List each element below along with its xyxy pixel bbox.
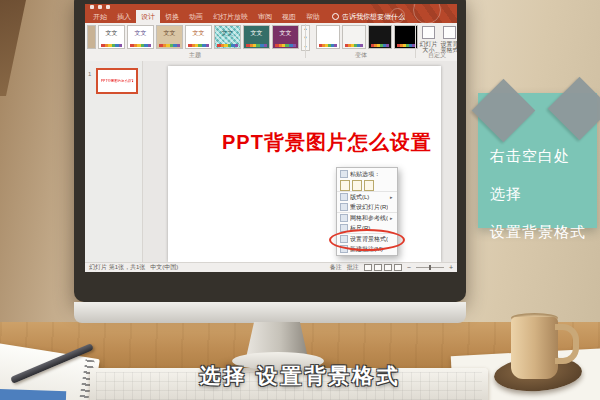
view-mode-icon[interactable]: [384, 264, 392, 271]
qat-icon[interactable]: [90, 5, 94, 9]
ribbon-tab[interactable]: 插入: [112, 10, 136, 23]
slide-canvas[interactable]: PPT背景图片怎么设置: [142, 61, 457, 262]
menu-item-label: 版式(L): [350, 193, 388, 202]
theme-thumbnail[interactable]: 文文: [98, 25, 125, 49]
ribbon-tabs: 开始插入设计切换动画幻灯片放映审阅视图帮助 告诉我你想要做什么: [88, 10, 405, 23]
ribbon-tab[interactable]: 视图: [277, 10, 301, 23]
menu-item-icon: [340, 235, 348, 243]
theme-thumbnail[interactable]: 文文: [185, 25, 212, 49]
theme-thumbnail-label: 文文: [186, 26, 211, 44]
sticky-note-line: 选择: [490, 175, 597, 213]
zoom-out-button[interactable]: −: [407, 264, 411, 272]
menu-item-label: 设置背景格式(B)...: [350, 235, 388, 244]
theme-thumbnail-label: 文文: [215, 26, 240, 44]
sticky-note-line: 右击空白处: [490, 137, 597, 175]
group-label-variants: 变体: [307, 51, 415, 60]
variant-thumbnail[interactable]: [368, 25, 392, 49]
menu-item-label: 新建批注(M): [350, 245, 388, 254]
ribbon-tab[interactable]: 开始: [88, 10, 112, 23]
menu-item-label: 重设幻灯片(R): [350, 203, 388, 212]
ribbon-tab[interactable]: 幻灯片放映: [208, 10, 253, 23]
variant-thumbnail[interactable]: [316, 25, 340, 49]
context-menu-item[interactable]: 粘贴选项：: [337, 169, 397, 179]
ribbon-button[interactable]: 幻灯片大小: [419, 25, 438, 53]
view-mode-icon[interactable]: [374, 264, 382, 271]
context-menu-item[interactable]: 新建批注(M): [337, 244, 397, 254]
context-menu: 粘贴选项：: [336, 167, 398, 256]
editor-workspace: 1 PPT背景图片怎么设置 PPT背景图片怎么设置: [85, 61, 457, 262]
monitor-chin: [74, 302, 466, 323]
zoom-slider[interactable]: [416, 267, 444, 268]
zoom-in-button[interactable]: +: [449, 264, 453, 272]
ribbon-tab[interactable]: 帮助: [301, 10, 325, 23]
group-label-themes: 主题: [85, 51, 305, 60]
context-menu-item[interactable]: 版式(L) ▸: [337, 191, 397, 202]
qat-icon[interactable]: [106, 5, 110, 9]
language-status[interactable]: 中文(中国): [150, 263, 178, 272]
theme-thumbnail-label: 文文: [157, 26, 182, 44]
slide-thumbnail-panel: 1 PPT背景图片怎么设置: [85, 61, 143, 262]
slide-title-text[interactable]: PPT背景图片怎么设置: [222, 129, 432, 156]
blue-book-edge: [0, 389, 66, 400]
theme-thumbnail[interactable]: 文文: [214, 25, 241, 49]
theme-gallery: 文文 文文 文文 文文: [87, 25, 418, 51]
tell-me-label: 告诉我你想要做什么: [342, 10, 405, 23]
sticky-note-line: 设置背景格式: [490, 213, 597, 251]
theme-thumbnail[interactable]: 文文: [243, 25, 270, 49]
context-menu-item[interactable]: 网格和参考线(I) ▸: [337, 212, 397, 223]
ribbon-tab[interactable]: 动画: [184, 10, 208, 23]
paste-option-icon[interactable]: [340, 180, 350, 191]
ribbon-divider: [305, 24, 306, 58]
theme-thumbnail-label: 文文: [128, 26, 153, 44]
slide-number: 1: [88, 71, 91, 77]
notes-button[interactable]: 备注: [330, 263, 342, 272]
menu-item-icon: [340, 193, 348, 201]
context-menu-item[interactable]: 重设幻灯片(R): [337, 202, 397, 212]
ribbon-tab[interactable]: 审阅: [253, 10, 277, 23]
slide-count-status: 幻灯片 第1张，共1张: [89, 263, 145, 272]
theme-thumbnail[interactable]: 文文: [127, 25, 154, 49]
slide-thumbnail-title: PPT背景图片怎么设置: [101, 78, 133, 82]
menu-item-icon: [340, 224, 348, 232]
zoom-slider-thumb[interactable]: [429, 265, 431, 270]
status-bar: 幻灯片 第1张，共1张 中文(中国) 备注 批注 − +: [85, 262, 457, 272]
ribbon-button[interactable]: 设置背景格式: [440, 25, 457, 53]
ribbon-tab[interactable]: 切换: [160, 10, 184, 23]
theme-thumbnail-label: 文文: [244, 26, 269, 44]
theme-thumbnail-label: 文文: [273, 26, 298, 44]
customize-group: 幻灯片大小 设置背景格式: [419, 25, 457, 53]
qat-icon[interactable]: [98, 5, 102, 9]
theme-thumbnail[interactable]: 文文: [156, 25, 183, 49]
ribbon-divider: [415, 24, 416, 58]
context-menu-item[interactable]: 标尺(R): [337, 223, 397, 233]
title-ribbon-bar: 开始插入设计切换动画幻灯片放映审阅视图帮助 告诉我你想要做什么: [85, 4, 457, 23]
slide[interactable]: PPT背景图片怎么设置: [168, 66, 441, 262]
theme-thumbnail-label: 文文: [99, 26, 124, 44]
submenu-arrow-icon: ▸: [390, 215, 394, 221]
desk-photo-scene: 开始插入设计切换动画幻灯片放映审阅视图帮助 告诉我你想要做什么: [0, 0, 600, 400]
view-mode-icon[interactable]: [364, 264, 372, 271]
powerpoint-window: 开始插入设计切换动画幻灯片放映审阅视图帮助 告诉我你想要做什么: [85, 4, 457, 272]
lightbulb-icon: [332, 13, 339, 20]
context-menu-item[interactable]: [337, 179, 397, 191]
ribbon-button-icon: [443, 26, 456, 39]
mug-handle: [555, 324, 579, 364]
view-mode-icon[interactable]: [394, 264, 402, 271]
comments-button[interactable]: 批注: [347, 263, 359, 272]
paste-option-icon[interactable]: [352, 180, 362, 191]
tell-me-box[interactable]: 告诉我你想要做什么: [325, 10, 405, 23]
submenu-arrow-icon: ▸: [390, 194, 394, 200]
ribbon-tab[interactable]: 设计: [136, 10, 160, 23]
design-ribbon: 文文 文文 文文 文文: [85, 23, 457, 62]
paste-option-icon[interactable]: [364, 180, 374, 191]
ribbon-button-icon: [422, 26, 435, 39]
menu-item-icon: [340, 203, 348, 211]
theme-thumbnail[interactable]: 文文: [272, 25, 299, 49]
video-caption: 选择 设置背景格式: [0, 362, 600, 390]
theme-thumbnail[interactable]: [87, 25, 96, 49]
context-menu-item[interactable]: 设置背景格式(B)...: [337, 233, 397, 244]
slide-thumbnail[interactable]: PPT背景图片怎么设置: [96, 68, 138, 94]
variant-thumbnail[interactable]: [342, 25, 366, 49]
menu-item-label: 粘贴选项：: [350, 170, 388, 179]
menu-item-label: 网格和参考线(I): [350, 214, 388, 223]
